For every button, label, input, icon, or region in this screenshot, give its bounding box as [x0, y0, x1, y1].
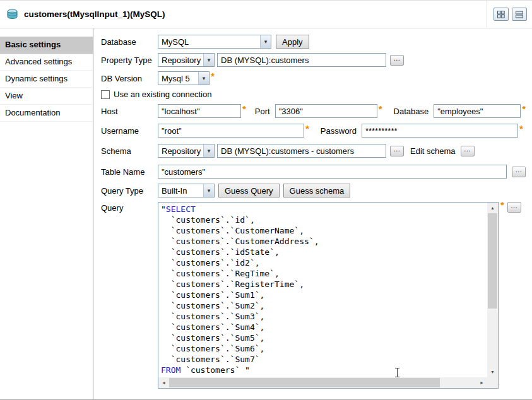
query-type-label: Query Type [101, 186, 158, 196]
chevron-down-icon: ▾ [203, 184, 214, 197]
username-input[interactable]: "root" [158, 124, 304, 138]
guess-schema-button[interactable]: Guess schema [283, 184, 351, 197]
scroll-down-arrow[interactable]: ▼ [487, 367, 498, 377]
header-toolbar [487, 1, 527, 28]
scroll-up-arrow[interactable]: ▲ [487, 203, 498, 213]
sidebar-item-label: View [5, 91, 23, 100]
required-star: * [522, 103, 526, 114]
query-editor: "SELECT `customers`.`id`, `customers`.`C… [158, 202, 499, 389]
query-vertical-scrollbar[interactable]: ▲ ▼ [487, 203, 498, 377]
query-label: Query [101, 202, 158, 213]
schema-browse-button[interactable]: ... [390, 146, 404, 156]
property-type-row: Property Type Repository ▾ DB (MYSQL):cu… [101, 53, 527, 67]
query-horizontal-scrollbar[interactable]: ◄ ► [158, 377, 487, 388]
schema-row: Schema Repository ▾ DB (MYSQL):customers… [101, 144, 527, 158]
schema-type-select[interactable]: Repository ▾ [158, 144, 215, 158]
sidebar-item-dynamic-settings[interactable]: Dynamic settings [0, 71, 93, 88]
schema-label: Schema [101, 146, 158, 156]
host-input[interactable]: "localhost" [158, 104, 241, 118]
sidebar-item-basic-settings[interactable]: Basic settings [0, 37, 93, 54]
sidebar-item-label: Basic settings [5, 40, 61, 49]
property-type-label: Property Type [101, 56, 158, 65]
database-type-select[interactable]: MySQL ▾ [158, 35, 271, 49]
existing-connection-row: Use an existing connection [101, 90, 527, 99]
query-type-row: Query Type Built-In ▾ Guess Query Guess … [101, 184, 527, 197]
component-header: customers(tMysqlInput_1)(MySQL) [0, 1, 532, 28]
port-input[interactable]: "3306" [275, 104, 377, 118]
settings-sidebar: Basic settings Advanced settings Dynamic… [0, 28, 93, 400]
database-type-value: MySQL [162, 37, 257, 47]
username-label: Username [101, 126, 158, 136]
use-existing-connection-checkbox[interactable] [101, 90, 110, 99]
apply-button[interactable]: Apply [276, 35, 309, 49]
password-input[interactable]: ********** [362, 124, 518, 138]
required-star: * [519, 123, 523, 134]
query-browse-button[interactable]: ... [507, 202, 521, 213]
property-repository-field[interactable]: DB (MYSQL):customers [217, 53, 386, 67]
edit-schema-button[interactable]: ... [461, 146, 475, 156]
guess-query-button[interactable]: Guess Query [218, 184, 280, 197]
grid-layout-icon [497, 11, 505, 18]
vertical-scroll-thumb[interactable] [488, 213, 497, 309]
sidebar-item-view[interactable]: View [0, 88, 93, 105]
required-star: * [211, 71, 215, 81]
scrollbar-corner [487, 377, 498, 388]
database-type-label: Database [101, 37, 158, 47]
property-type-select[interactable]: Repository ▾ [158, 53, 215, 67]
required-star: * [500, 199, 504, 210]
db-version-label: DB Version [101, 74, 158, 83]
database-type-row: Database MySQL ▾ Apply [101, 35, 527, 49]
sidebar-item-documentation[interactable]: Documentation [0, 105, 93, 122]
password-label: Password [321, 126, 357, 136]
schema-repository-field[interactable]: DB (MYSQL):customers - customers [217, 144, 386, 158]
rows-layout-button[interactable] [512, 8, 527, 21]
database-label: Database [394, 107, 429, 116]
table-name-input[interactable]: "customers" [158, 165, 507, 179]
sidebar-item-label: Documentation [5, 108, 60, 117]
chevron-down-icon: ▾ [203, 54, 214, 66]
chevron-down-icon: ▾ [203, 144, 214, 157]
host-row: Host "localhost" * Port "3306" * Databas… [101, 104, 527, 118]
horizontal-scroll-track[interactable] [169, 377, 476, 388]
schema-type-mode: Repository [162, 146, 201, 156]
component-settings-panel: customers(tMysqlInput_1)(MySQL) [0, 0, 532, 400]
required-star: * [242, 103, 246, 114]
rows-layout-icon [516, 11, 523, 18]
table-name-row: Table Name "customers" ... [101, 165, 527, 179]
scroll-left-arrow[interactable]: ◄ [158, 377, 169, 388]
db-version-row: DB Version Mysql 5 ▾ * [101, 71, 527, 85]
text-cursor [397, 368, 398, 377]
grid-layout-button[interactable] [494, 8, 509, 21]
sidebar-item-label: Dynamic settings [5, 74, 68, 83]
horizontal-scroll-thumb[interactable] [169, 378, 440, 387]
table-name-browse-button[interactable]: ... [512, 167, 526, 177]
query-type-select[interactable]: Built-In ▾ [158, 184, 215, 197]
property-type-mode: Repository [162, 56, 201, 65]
query-side-controls: * ... [500, 202, 521, 213]
query-type-value: Built-In [162, 186, 201, 196]
database-component-icon [6, 9, 18, 20]
required-star: * [305, 123, 309, 134]
host-label: Host [101, 107, 158, 116]
query-editor-text[interactable]: "SELECT `customers`.`id`, `customers`.`C… [158, 203, 487, 377]
basic-settings-form: Database MySQL ▾ Apply Property Type Rep… [93, 28, 532, 400]
port-label: Port [255, 107, 270, 116]
scroll-right-arrow[interactable]: ► [476, 377, 487, 388]
sidebar-item-label: Advanced settings [5, 57, 72, 66]
chevron-down-icon: ▾ [260, 35, 271, 48]
use-existing-connection-label: Use an existing connection [114, 90, 211, 99]
property-browse-button[interactable]: ... [390, 55, 404, 66]
component-title: customers(tMysqlInput_1)(MySQL) [24, 9, 165, 19]
edit-schema-label: Edit schema [410, 146, 456, 156]
database-input[interactable]: "employees" [434, 104, 521, 118]
sidebar-item-advanced-settings[interactable]: Advanced settings [0, 54, 93, 71]
db-version-value: Mysql 5 [162, 74, 196, 83]
required-star: * [379, 103, 382, 114]
query-row: Query "SELECT `customers`.`id`, `custome… [101, 202, 527, 389]
table-name-label: Table Name [101, 167, 158, 177]
chevron-down-icon: ▾ [198, 72, 209, 85]
vertical-scroll-track[interactable] [487, 213, 498, 367]
username-row: Username "root" * Password ********** * [101, 124, 527, 138]
db-version-select[interactable]: Mysql 5 ▾ [158, 71, 210, 85]
